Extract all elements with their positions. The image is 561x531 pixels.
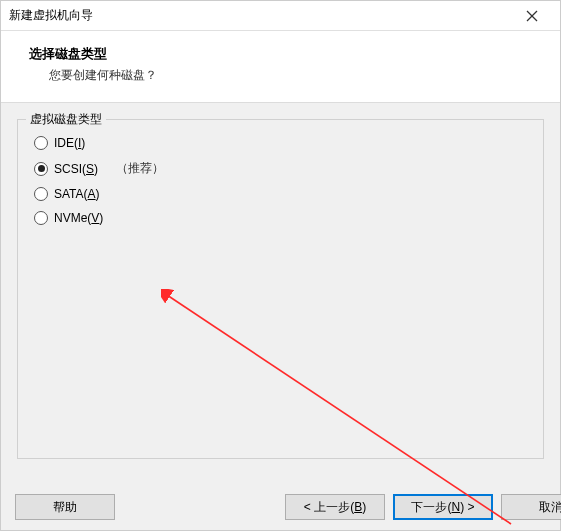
back-button[interactable]: < 上一步(B) <box>285 494 385 520</box>
window-title: 新建虚拟机向导 <box>9 7 93 24</box>
button-bar: 帮助 < 上一步(B) 下一步(N) > 取消 <box>1 484 560 530</box>
disk-type-group: 虚拟磁盘类型 IDE(I) SCSI(S) （推荐） SATA(A) <box>17 119 544 459</box>
page-subtitle: 您要创建何种磁盘？ <box>29 67 536 84</box>
wizard-dialog: 新建虚拟机向导 选择磁盘类型 您要创建何种磁盘？ 虚拟磁盘类型 IDE(I) S… <box>0 0 561 531</box>
radio-ide[interactable]: IDE(I) <box>34 136 531 150</box>
close-button[interactable] <box>512 2 552 30</box>
next-button[interactable]: 下一步(N) > <box>393 494 493 520</box>
titlebar: 新建虚拟机向导 <box>1 1 560 31</box>
radio-label-sata: SATA(A) <box>54 187 100 201</box>
radio-icon <box>34 211 48 225</box>
group-label: 虚拟磁盘类型 <box>26 111 106 128</box>
radio-sata[interactable]: SATA(A) <box>34 187 531 201</box>
cancel-button[interactable]: 取消 <box>501 494 561 520</box>
radio-scsi[interactable]: SCSI(S) （推荐） <box>34 160 531 177</box>
radio-icon <box>34 162 48 176</box>
radio-label-ide: IDE(I) <box>54 136 85 150</box>
radio-label-scsi: SCSI(S) <box>54 162 98 176</box>
content-area: 虚拟磁盘类型 IDE(I) SCSI(S) （推荐） SATA(A) <box>1 103 560 484</box>
header-area: 选择磁盘类型 您要创建何种磁盘？ <box>1 31 560 103</box>
radio-icon <box>34 187 48 201</box>
radio-icon <box>34 136 48 150</box>
page-title: 选择磁盘类型 <box>29 45 536 63</box>
radio-nvme[interactable]: NVMe(V) <box>34 211 531 225</box>
recommended-label: （推荐） <box>116 160 164 177</box>
radio-label-nvme: NVMe(V) <box>54 211 103 225</box>
help-button[interactable]: 帮助 <box>15 494 115 520</box>
close-icon <box>526 10 538 22</box>
